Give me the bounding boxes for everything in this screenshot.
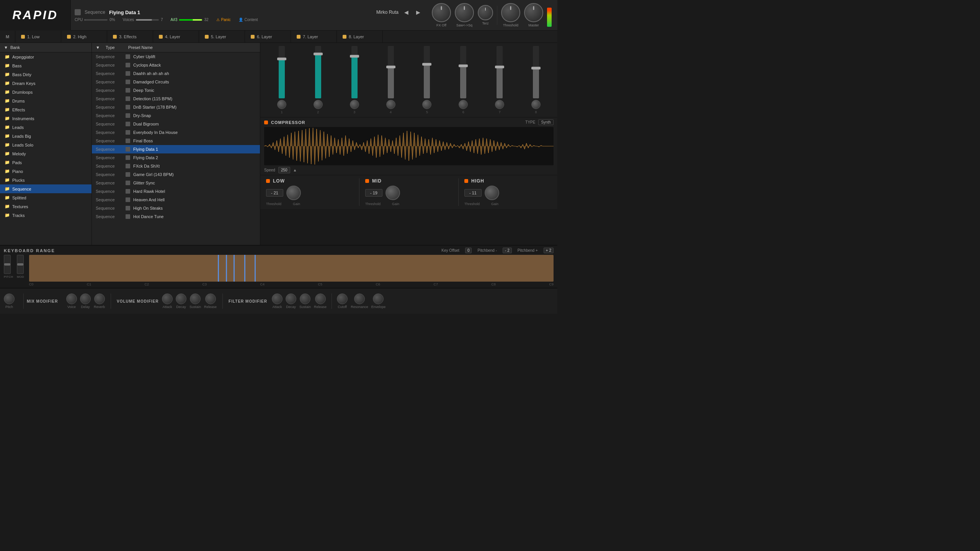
filt-decay-knob[interactable] <box>286 293 296 304</box>
fader-2[interactable] <box>315 46 321 98</box>
preset-item[interactable]: SequenceHot Dance Tune <box>92 212 260 221</box>
fader-thumb-5[interactable] <box>422 63 431 65</box>
fader-thumb-4[interactable] <box>386 65 395 68</box>
panic-button[interactable]: ⚠ Panic <box>216 18 231 22</box>
preset-item[interactable]: SequenceFinal Boss <box>92 137 260 145</box>
bank-item-textures[interactable]: 📁Textures <box>0 202 91 211</box>
bank-item-drums[interactable]: 📁Drums <box>0 96 91 105</box>
tab-2[interactable]: 2. High <box>61 31 107 42</box>
fader-8[interactable] <box>533 46 539 98</box>
envelope-knob[interactable] <box>373 293 384 304</box>
tab-8[interactable]: 8. Layer <box>337 31 383 42</box>
master-knob[interactable] <box>524 3 543 22</box>
channel-knob-6[interactable] <box>459 100 468 109</box>
fader-3[interactable] <box>351 46 358 98</box>
fader-7[interactable] <box>497 46 503 98</box>
bank-item-instruments[interactable]: 📁Instruments <box>0 114 91 123</box>
saw-sq-knob[interactable] <box>455 3 474 22</box>
compressor-type-value[interactable]: Synth <box>538 119 554 125</box>
tab-7[interactable]: 7. Layer <box>291 31 337 42</box>
fader-thumb-3[interactable] <box>350 55 359 58</box>
tab-4[interactable]: 4. Layer <box>153 31 199 42</box>
tab-m[interactable]: M <box>0 31 15 42</box>
fader-thumb-6[interactable] <box>459 65 468 67</box>
bank-item-plucks[interactable]: 📁Plucks <box>0 176 91 184</box>
high-gain-knob[interactable] <box>485 186 499 200</box>
cutoff-knob[interactable] <box>337 293 348 304</box>
channel-knob-3[interactable] <box>350 100 359 109</box>
pitchbend-minus-value[interactable]: - 2 <box>503 248 512 253</box>
vol-decay-knob[interactable] <box>176 293 186 304</box>
fx-off-knob[interactable] <box>432 3 451 22</box>
bank-item-leads-big[interactable]: 📁Leads Big <box>0 132 91 140</box>
reverb-knob[interactable] <box>94 293 105 304</box>
preset-item[interactable]: SequenceEverybody In Da House <box>92 128 260 137</box>
channel-knob-5[interactable] <box>422 100 431 109</box>
vol-sustain-knob[interactable] <box>190 293 201 304</box>
vol-release-knob[interactable] <box>205 293 216 304</box>
preset-item[interactable]: SequenceCyber Uplift <box>92 52 260 61</box>
fader-thumb-1[interactable] <box>277 58 286 60</box>
bank-item-sequence[interactable]: 📁Sequence <box>0 184 91 193</box>
channel-knob-1[interactable] <box>277 100 286 109</box>
threshold-knob[interactable] <box>501 3 520 22</box>
next-preset-button[interactable]: ▶ <box>414 8 422 16</box>
channel-knob-8[interactable] <box>531 100 541 109</box>
high-threshold-value[interactable]: - 11 <box>464 189 482 197</box>
key-offset-value[interactable]: 0 <box>465 248 472 253</box>
prev-preset-button[interactable]: ◀ <box>402 8 410 16</box>
bank-item-pads[interactable]: 📁Pads <box>0 158 91 167</box>
header-preset-name[interactable]: Flying Data 1 <box>109 10 140 15</box>
voice-knob[interactable] <box>66 293 77 304</box>
bank-item-drumloops[interactable]: 📁Drumloops <box>0 88 91 96</box>
content-button[interactable]: 👤 Content <box>238 18 258 22</box>
fader-thumb-2[interactable] <box>314 52 323 55</box>
pitch-slider[interactable] <box>4 255 11 274</box>
preset-item[interactable]: SequenceDetection (115 BPM) <box>92 95 260 103</box>
fader-5[interactable] <box>424 46 430 98</box>
low-threshold-value[interactable]: - 21 <box>266 189 283 197</box>
preset-item[interactable]: SequenceDry-Snap <box>92 111 260 120</box>
bank-item-bass-dirty[interactable]: 📁Bass Dirty <box>0 70 91 79</box>
low-gain-knob[interactable] <box>286 186 301 200</box>
tab-1[interactable]: 1. Low <box>15 31 61 42</box>
tab-5[interactable]: 5. Layer <box>199 31 245 42</box>
mod-slider[interactable] <box>17 255 24 274</box>
delay-knob[interactable] <box>80 293 91 304</box>
preset-item[interactable]: SequenceFlying Data 2 <box>92 153 260 162</box>
tab-3[interactable]: 3. Effects <box>107 31 153 42</box>
channel-knob-7[interactable] <box>495 100 504 109</box>
mid-threshold-value[interactable]: - 19 <box>365 189 382 197</box>
bank-item-arpeggiator[interactable]: 📁Arpeggiator <box>0 52 91 61</box>
preset-item[interactable]: SequenceCyclops Attack <box>92 61 260 69</box>
preset-item[interactable]: SequenceGlitter Sync <box>92 179 260 187</box>
bank-header[interactable]: ▼ Bank <box>0 43 91 52</box>
pitch-mod-knob[interactable] <box>4 293 15 304</box>
terz-knob[interactable] <box>478 5 493 20</box>
mid-gain-knob[interactable] <box>385 186 400 200</box>
preset-item[interactable]: SequenceHigh On Steaks <box>92 204 260 212</box>
filt-sustain-knob[interactable] <box>300 293 310 304</box>
filt-release-knob[interactable] <box>315 293 326 304</box>
speed-value[interactable]: 250 <box>278 167 290 173</box>
bank-item-dream-keys[interactable]: 📁Dream Keys <box>0 79 91 88</box>
bank-item-leads-solo[interactable]: 📁Leads Solo <box>0 140 91 149</box>
preset-item[interactable]: SequenceFXck Da ShXt <box>92 162 260 170</box>
bank-item-leads[interactable]: 📁Leads <box>0 123 91 132</box>
bank-item-tracks[interactable]: 📁Tracks <box>0 211 91 220</box>
preset-item[interactable]: SequenceDamadged Circuits <box>92 78 260 86</box>
preset-item[interactable]: SequenceGame Girl (143 BPM) <box>92 170 260 179</box>
pitchbend-plus-value[interactable]: + 2 <box>544 248 554 253</box>
tab-6[interactable]: 6. Layer <box>245 31 291 42</box>
preset-item[interactable]: SequenceDeep Tonic <box>92 86 260 95</box>
fader-1[interactable] <box>279 46 285 98</box>
preset-item[interactable]: SequenceDnB Starter (178 BPM) <box>92 103 260 111</box>
bank-item-bass[interactable]: 📁Bass <box>0 61 91 70</box>
filt-attack-knob[interactable] <box>272 293 283 304</box>
fader-thumb-7[interactable] <box>495 65 504 68</box>
fader-thumb-8[interactable] <box>531 67 541 69</box>
resonance-knob[interactable] <box>354 293 365 304</box>
preset-item[interactable]: SequenceFlying Data 1 <box>92 145 260 153</box>
bank-item-piano[interactable]: 📁Piano <box>0 167 91 176</box>
preset-item[interactable]: SequenceDual Bigroom <box>92 120 260 128</box>
